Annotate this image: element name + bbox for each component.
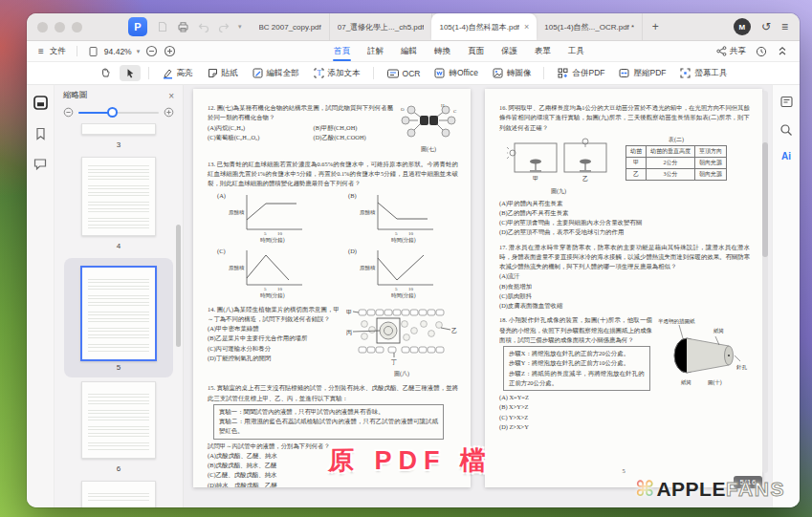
tab-105-exam-active[interactable]: 105(1-4)自然科題本.pdf × (431, 13, 537, 40)
menu-home[interactable]: 首頁 (325, 41, 359, 61)
properties-panel-icon[interactable] (779, 95, 794, 109)
thumbnail-page-5-selected[interactable]: 5 (64, 258, 173, 377)
add-text-button[interactable]: T 添加文本 (308, 65, 365, 81)
zoom-level[interactable]: 94.42% ▾ (104, 47, 140, 56)
option: (C)丙可運輸水分和養分 (208, 344, 340, 354)
annotations-panel-icon[interactable] (33, 157, 48, 171)
thumbnail-label-4: 4 (117, 242, 121, 250)
close-window-button[interactable] (37, 22, 48, 32)
ai-assistant-button[interactable]: Ai (781, 151, 791, 162)
tab-bc2007[interactable]: BC 2007_copy.pdf (252, 13, 330, 40)
steps-box: 步驟X：將燈泡放在針孔的正前方20公分處。 步驟Y：將燈泡放在針孔的正前方10公… (503, 346, 650, 391)
minimize-window-button[interactable] (55, 22, 65, 32)
bookmarks-panel-icon[interactable] (33, 126, 48, 141)
tab-105-ocr[interactable]: 105(1-4)自然..._OCR.pdf * (537, 13, 643, 40)
share-button[interactable]: 共享 (716, 46, 746, 57)
thumbnail-page-7-partial[interactable] (81, 481, 156, 507)
menu-convert[interactable]: 轉換 (426, 41, 459, 61)
menu-edit[interactable]: 編輯 (392, 41, 426, 61)
thumbnail-zoom-slider (55, 103, 183, 123)
watermark-apple: APPLE (656, 478, 726, 501)
slider-zoom-out-icon[interactable] (63, 107, 74, 118)
menu-form[interactable]: 表單 (526, 41, 560, 61)
leaf-cross-section: 甲 乙 丙 丁 (345, 305, 458, 366)
thumbnail-page-5-image[interactable] (80, 266, 157, 361)
option: (B)甲醇(CH₃OH) (314, 123, 393, 133)
svg-text:半透明的描圖紙: 半透明的描圖紙 (658, 318, 695, 325)
zoom-window-button[interactable] (72, 22, 82, 32)
page-view-icon[interactable] (88, 46, 99, 57)
thumbnails-panel-icon[interactable] (33, 95, 49, 111)
table-cell: 乙 (626, 169, 647, 181)
hand-tool-button[interactable] (95, 65, 116, 81)
option: (D)乙酸(CH₃COOH) (314, 133, 393, 142)
zoom-out-icon[interactable] (145, 45, 158, 57)
menu-tools[interactable]: 工具 (560, 41, 593, 61)
divider (148, 67, 149, 79)
edit-all-button[interactable]: 編輯全部 (247, 65, 304, 81)
svg-text:5: 5 (395, 287, 398, 291)
option: (D)丁能控制氣孔的開閉 (208, 354, 340, 363)
slider-knob[interactable] (107, 107, 118, 118)
menu-page[interactable]: 頁面 (459, 41, 493, 61)
slider-zoom-in-icon[interactable] (164, 107, 174, 118)
tab-label: BC 2007_copy.pdf (259, 23, 321, 32)
table-cell: 朝向光源 (695, 169, 727, 181)
avatar-initial: M (739, 23, 746, 32)
option: (D) Z>X>Y (499, 422, 652, 432)
figure-caption: 圖(七) (399, 145, 458, 155)
screen-tools-button[interactable]: 螢幕工具 (674, 65, 732, 81)
compress-pdf-button[interactable]: 壓縮PDF (613, 65, 670, 81)
hand-icon (99, 67, 111, 79)
menu-annotate[interactable]: 註解 (359, 41, 392, 61)
option: (A)甲的體內具有生長素 (499, 199, 750, 208)
left-icon-strip (27, 85, 55, 507)
search-icon[interactable] (779, 123, 793, 137)
tabbar-right-controls: M ↺ ≡ (734, 18, 800, 35)
question-text: 15. 實驗室的桌上有三支沒有貼標籤的試管，分別裝有純水、戊酸戊酯、乙醚三種液體… (208, 383, 458, 403)
history-icon[interactable] (756, 46, 767, 57)
zoom-chevron-icon[interactable]: ▾ (137, 48, 141, 55)
new-tab-button[interactable]: + (643, 13, 668, 40)
ocr-button[interactable]: OCR (382, 66, 426, 81)
redo-icon[interactable] (218, 22, 230, 32)
collapse-toolbar-icon[interactable] (777, 46, 788, 56)
option: (D)純水、戊酸戊酯、乙醚 (208, 481, 458, 487)
viewer-scrollbar-thumb[interactable] (762, 142, 768, 257)
svg-text:乙: 乙 (451, 327, 457, 334)
sticker-button[interactable]: 貼紙 (202, 65, 243, 81)
svg-text:10: 10 (408, 231, 414, 236)
merge-pdf-button[interactable]: 合併PDF (552, 65, 609, 81)
file-menu[interactable]: 文件 (50, 46, 66, 57)
undo-icon[interactable] (198, 22, 209, 32)
close-panel-icon[interactable]: × (168, 91, 174, 101)
thumbnail-page-4[interactable] (81, 157, 156, 236)
thumbnail-label-5: 5 (117, 363, 121, 372)
select-tool-button[interactable] (120, 65, 141, 81)
thumbnail-page-6[interactable] (81, 381, 156, 459)
menubar-left: ≡ 文件 94.42% ▾ (27, 45, 176, 57)
tab-ch5[interactable]: 07_選修化學上..._ch5.pdf (330, 13, 433, 40)
to-image-button[interactable]: 轉圖像 (487, 65, 537, 81)
thumbnail-page-3-partial[interactable] (81, 123, 156, 135)
save-icon[interactable] (157, 21, 168, 32)
print-icon[interactable] (177, 21, 189, 32)
svg-text:原體積: 原體積 (229, 265, 245, 270)
desktop-background: P ▾ BC 2007_copy.pdf 07_選修化學上..._ch5.pdf… (0, 0, 812, 517)
zoom-in-icon[interactable] (164, 45, 176, 57)
to-office-button[interactable]: 轉Office (428, 65, 483, 81)
menu-protect[interactable]: 保護 (493, 41, 526, 61)
close-tab-icon[interactable]: × (524, 23, 529, 32)
svg-text:丙: 丙 (346, 330, 352, 335)
highlight-button[interactable]: 高亮 (157, 65, 198, 81)
screen-tools-label: 螢幕工具 (694, 68, 727, 79)
question-text: 18. 小翔製作針孔成像的裝置，如圖(十)所示，他取一個發亮的小燈泡，依照下列步… (499, 315, 652, 345)
account-avatar[interactable]: M (734, 18, 751, 35)
more-actions-chevron-icon[interactable]: ▾ (238, 23, 242, 31)
question-18: 18. 小翔製作針孔成像的裝置，如圖(十)所示，他取一個發亮的小燈泡，依照下列步… (499, 315, 750, 432)
tab-label: 07_選修化學上..._ch5.pdf (338, 22, 425, 32)
sync-icon[interactable]: ↺ (761, 21, 771, 32)
slider-track[interactable] (78, 112, 159, 114)
thumbnail-scrollbar[interactable] (176, 225, 181, 347)
app-menu-icon[interactable]: ≡ (781, 21, 788, 32)
